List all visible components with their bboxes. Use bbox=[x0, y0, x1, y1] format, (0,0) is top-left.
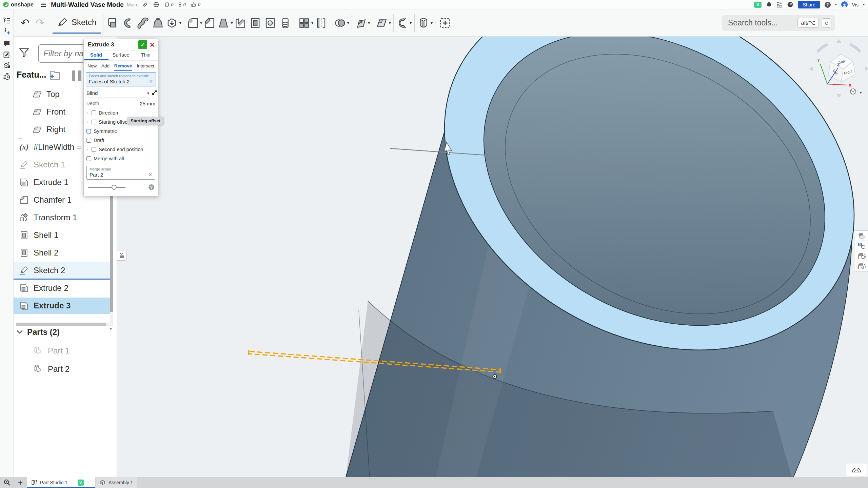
config-table-panel-button[interactable]: {} bbox=[855, 251, 868, 261]
checkbox-direction[interactable] bbox=[92, 110, 96, 115]
redo-button[interactable]: ↷ bbox=[33, 13, 47, 34]
undo-button[interactable]: ↶ bbox=[18, 13, 33, 34]
curve-caret-icon[interactable]: ▾ bbox=[410, 20, 412, 25]
revolve-tool-button[interactable] bbox=[121, 13, 136, 34]
surface-tool-button[interactable]: ▾ bbox=[417, 13, 433, 34]
user-avatar[interactable] bbox=[841, 1, 848, 8]
plane-tool-button[interactable]: ▾ bbox=[375, 13, 391, 34]
tab-assembly-1[interactable]: Assembly 1 bbox=[96, 477, 137, 488]
notes-icon[interactable] bbox=[3, 51, 11, 59]
boolean-mode-new[interactable]: New bbox=[87, 61, 97, 71]
show-hidden-tabs-button[interactable] bbox=[0, 477, 14, 488]
fillet-tool-button[interactable]: ▾ bbox=[186, 13, 202, 34]
notifications-bell-icon[interactable] bbox=[766, 2, 772, 8]
parts-section-header[interactable]: Parts (2) bbox=[16, 327, 60, 337]
feature-item-shell-2[interactable]: Shell 2 bbox=[14, 245, 110, 261]
insert-version-icon[interactable] bbox=[3, 27, 11, 35]
hole-tool-button[interactable] bbox=[263, 13, 278, 34]
boolean-mode-add[interactable]: Add bbox=[101, 61, 110, 71]
thicken-caret-icon[interactable]: ▾ bbox=[179, 20, 181, 25]
boolean-mode-intersect[interactable]: Intersect bbox=[137, 61, 154, 71]
public-globe-icon[interactable] bbox=[153, 2, 159, 7]
feature-item-extrude-2[interactable]: Extrude 2 bbox=[14, 280, 110, 296]
version-badge[interactable]: V bbox=[754, 2, 762, 8]
sweep-tool-button[interactable] bbox=[136, 13, 151, 34]
surface-caret-icon[interactable]: ▾ bbox=[431, 20, 433, 25]
expand-chevron-icon[interactable]: › bbox=[86, 119, 89, 124]
custom-feature-button[interactable] bbox=[438, 13, 453, 34]
configurations-panel-button[interactable] bbox=[855, 241, 868, 251]
filter-funnel-icon[interactable] bbox=[18, 47, 30, 58]
tree-scrollbar-horizontal[interactable] bbox=[16, 323, 109, 326]
checkbox-second-end-position[interactable] bbox=[92, 147, 96, 152]
dialog-tab-thin[interactable]: Thin bbox=[133, 50, 158, 60]
slider-track[interactable] bbox=[88, 187, 125, 188]
learning-center-icon[interactable] bbox=[787, 1, 793, 8]
appearance-panel-button[interactable] bbox=[855, 230, 868, 241]
tree-scroll-down-icon[interactable]: ▾ bbox=[110, 327, 112, 331]
feature-item-transform-1[interactable]: Transform 1 bbox=[14, 209, 110, 226]
boolean-tool-button[interactable]: ▾ bbox=[334, 13, 350, 34]
share-link-icon[interactable] bbox=[142, 2, 148, 7]
main-menu-icon[interactable] bbox=[41, 3, 46, 7]
loft-tool-button[interactable] bbox=[151, 13, 165, 34]
user-initials[interactable]: Vis bbox=[852, 2, 859, 7]
linear-pattern-tool-button[interactable]: ▾ bbox=[298, 13, 314, 34]
shell-tool-button[interactable] bbox=[248, 13, 263, 34]
feature-item-sketch-2[interactable]: Sketch 2 bbox=[14, 262, 110, 280]
clear-selection-icon[interactable]: ✕ bbox=[149, 79, 153, 84]
mirror-tool-button[interactable] bbox=[314, 13, 329, 34]
share-button[interactable]: Share bbox=[798, 1, 820, 8]
expand-chevron-icon[interactable]: › bbox=[86, 110, 89, 115]
follow-icon[interactable]: ? bbox=[3, 62, 11, 70]
move-face-caret-icon[interactable]: ▾ bbox=[368, 20, 370, 25]
history-icon[interactable] bbox=[3, 73, 11, 81]
boolean-mode-remove[interactable]: Remove bbox=[114, 61, 132, 71]
add-tab-button[interactable]: + bbox=[14, 477, 26, 488]
expand-chevron-icon[interactable]: › bbox=[86, 147, 89, 152]
cancel-button[interactable]: ✕ bbox=[150, 42, 155, 48]
curve-tool-button[interactable]: ▾ bbox=[396, 13, 412, 34]
extrude-tool-button[interactable] bbox=[106, 13, 121, 34]
boolean-caret-icon[interactable]: ▾ bbox=[347, 20, 350, 25]
feature-item-shell-1[interactable]: Shell 1 bbox=[14, 227, 110, 243]
dialog-help-icon[interactable]: ? bbox=[149, 184, 154, 190]
create-folder-icon[interactable] bbox=[47, 69, 61, 81]
tab-part-studio-1[interactable]: Part Studio 1V bbox=[27, 477, 95, 488]
measure-button[interactable] bbox=[846, 464, 867, 476]
versions-count[interactable]: 0 bbox=[178, 2, 185, 7]
plane-caret-icon[interactable]: ▾ bbox=[389, 20, 391, 25]
likes-count[interactable]: 0 bbox=[191, 2, 200, 7]
help-icon[interactable]: ? bbox=[825, 2, 831, 8]
rib-tool-button[interactable] bbox=[233, 13, 248, 34]
feature-list-flyout-button[interactable] bbox=[117, 250, 126, 261]
viewport-3d[interactable]: Top Left Front Y Z X ▾ {}{x)} bbox=[117, 37, 868, 477]
sketch-button[interactable]: Sketch bbox=[53, 13, 101, 34]
thread-tool-button[interactable] bbox=[278, 13, 293, 34]
thicken-tool-button[interactable]: ▾ bbox=[165, 13, 181, 34]
search-tools-field[interactable]: Search tools... alt/⌥ c bbox=[722, 15, 835, 31]
dialog-tab-solid[interactable]: Solid bbox=[84, 50, 108, 60]
branch-name[interactable]: Main bbox=[127, 2, 137, 7]
checkbox-starting-offset[interactable] bbox=[92, 120, 96, 124]
part-item-part-2[interactable]: Part 2 bbox=[14, 361, 110, 377]
merge-scope-box[interactable]: Merge scope Part 2 ✕ bbox=[86, 166, 155, 180]
checkbox-merge-with-all[interactable] bbox=[86, 156, 91, 161]
dialog-tab-surface[interactable]: Surface bbox=[108, 50, 133, 60]
onshape-logo[interactable]: onshape bbox=[3, 1, 34, 8]
feature-item-extrude-3[interactable]: Extrude 3 bbox=[14, 298, 110, 314]
confirm-button[interactable]: ✓ bbox=[138, 40, 147, 49]
checkbox-symmetric[interactable] bbox=[86, 129, 91, 134]
flip-direction-button[interactable] bbox=[151, 90, 157, 98]
help-caret-icon[interactable]: ▾ bbox=[835, 3, 837, 6]
user-caret-icon[interactable]: ▾ bbox=[863, 3, 865, 6]
app-store-icon[interactable] bbox=[776, 2, 783, 8]
draft-tool-button[interactable]: ▾ bbox=[217, 13, 233, 34]
move-face-tool-button[interactable]: ▾ bbox=[354, 13, 370, 34]
versions-icon[interactable] bbox=[3, 17, 11, 25]
comments-icon[interactable] bbox=[3, 40, 11, 48]
chamfer-tool-button[interactable] bbox=[202, 13, 217, 34]
end-condition-dropdown[interactable]: Blind ▾ bbox=[86, 88, 149, 98]
part-item-part-1[interactable]: Part 1 bbox=[14, 343, 110, 359]
depth-field[interactable]: Depth 25 mm bbox=[86, 99, 155, 108]
